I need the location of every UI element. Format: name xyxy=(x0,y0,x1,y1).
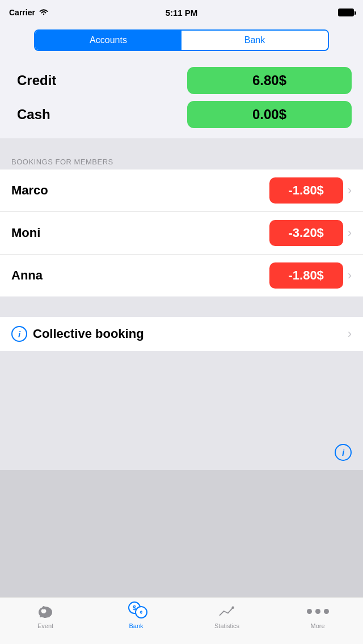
spacer2 xyxy=(0,296,363,317)
dot3 xyxy=(324,609,329,614)
battery-icon xyxy=(338,9,354,16)
tab-item-event[interactable]: Event xyxy=(0,602,91,629)
tab-accounts[interactable]: Accounts xyxy=(35,31,182,50)
statistics-icon xyxy=(218,602,236,620)
member-value-anna: -1.80$ xyxy=(269,262,343,289)
coin2-icon: ¢ xyxy=(135,606,147,618)
spacer1 xyxy=(0,138,363,154)
svg-rect-2 xyxy=(43,606,45,609)
member-row-moni[interactable]: Moni -3.20$ › xyxy=(0,212,363,255)
chevron-marco: › xyxy=(348,183,352,198)
bookings-header: BOOKINGS FOR MEMBERS xyxy=(0,154,363,170)
member-row-marco[interactable]: Marco -1.80$ › xyxy=(0,170,363,212)
event-icon xyxy=(36,602,54,620)
chevron-moni: › xyxy=(348,226,352,240)
member-right-anna: -1.80$ › xyxy=(269,262,352,289)
credit-label: Credit xyxy=(17,73,56,88)
member-value-moni: -3.20$ xyxy=(269,220,343,246)
segment-wrapper: Accounts Bank xyxy=(0,25,363,57)
collective-label: Collective booking xyxy=(33,327,144,341)
member-right-marco: -1.80$ › xyxy=(269,177,352,204)
info-circle-gray[interactable]: i xyxy=(335,444,352,461)
status-bar: Carrier 5:11 PM xyxy=(0,0,363,25)
accounts-section: Credit 6.80$ Cash 0.00$ xyxy=(0,57,363,138)
member-value-marco: -1.80$ xyxy=(269,177,343,204)
member-row-anna[interactable]: Anna -1.80$ › xyxy=(0,255,363,296)
svg-point-6 xyxy=(231,607,234,609)
svg-rect-4 xyxy=(44,615,46,618)
bank-icon: $ ¢ xyxy=(127,602,145,620)
member-name-moni: Moni xyxy=(11,226,40,240)
bank-tab-label: Bank xyxy=(129,622,143,629)
chevron-anna: › xyxy=(348,268,352,283)
statistics-tab-label: Statistics xyxy=(214,622,239,629)
more-tab-label: More xyxy=(310,622,324,629)
event-tab-label: Event xyxy=(37,622,53,629)
svg-rect-5 xyxy=(48,615,50,617)
chevron-collective: › xyxy=(348,327,352,341)
carrier-label: Carrier xyxy=(9,8,49,18)
tab-item-more[interactable]: More xyxy=(272,602,363,629)
collective-booking-row[interactable]: i Collective booking › xyxy=(0,317,363,351)
segment-control: Accounts Bank xyxy=(34,29,329,51)
credit-row: Credit 6.80$ xyxy=(17,67,352,94)
svg-point-1 xyxy=(41,609,47,613)
collective-left: i Collective booking xyxy=(11,326,144,342)
cash-value: 0.00$ xyxy=(187,101,352,128)
svg-rect-3 xyxy=(40,615,42,617)
tab-item-statistics[interactable]: Statistics xyxy=(182,602,272,629)
collective-info-icon: i xyxy=(11,326,27,342)
status-time: 5:11 PM xyxy=(166,8,198,18)
dot1 xyxy=(307,609,312,614)
member-name-anna: Anna xyxy=(11,268,43,283)
wifi-icon xyxy=(39,8,49,18)
more-icon xyxy=(309,602,327,620)
dot2 xyxy=(315,609,320,614)
members-list: Marco -1.80$ › Moni -3.20$ › Anna -1.80$… xyxy=(0,170,363,296)
tab-bank[interactable]: Bank xyxy=(182,31,328,50)
tab-bar: Event $ ¢ Bank Statistics xyxy=(0,597,363,644)
member-right-moni: -3.20$ › xyxy=(269,220,352,246)
cash-row: Cash 0.00$ xyxy=(17,101,352,128)
credit-value: 6.80$ xyxy=(187,67,352,94)
member-name-marco: Marco xyxy=(11,183,48,198)
tab-item-bank[interactable]: $ ¢ Bank xyxy=(91,602,182,629)
cash-label: Cash xyxy=(17,107,50,122)
gray-area: i xyxy=(0,351,363,470)
